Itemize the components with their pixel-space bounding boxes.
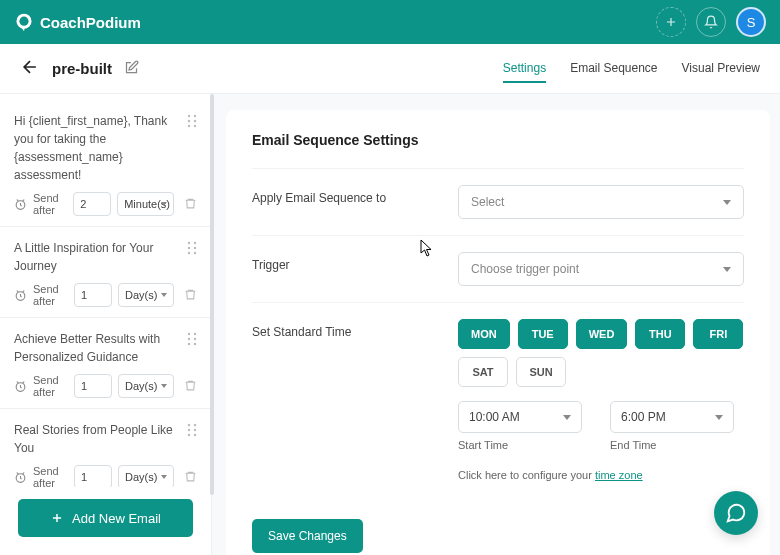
notifications-button[interactable]: [696, 7, 726, 37]
svg-point-16: [188, 333, 190, 335]
email-item[interactable]: A Little Inspiration for Your Journey Se…: [0, 227, 211, 318]
svg-point-24: [194, 424, 196, 426]
svg-point-17: [194, 333, 196, 335]
chevron-down-icon: [715, 415, 723, 420]
trash-icon: [184, 197, 197, 210]
day-pill-tue[interactable]: TUE: [518, 319, 568, 349]
start-time-value: 10:00 AM: [469, 410, 520, 424]
svg-point-20: [188, 343, 190, 345]
content: Email Sequence Settings Apply Email Sequ…: [212, 94, 780, 555]
plus-icon: [664, 15, 678, 29]
email-item[interactable]: Hi {client_first_name}, Thank you for ta…: [0, 100, 211, 227]
day-pills: MONTUEWEDTHUFRISATSUN: [458, 319, 744, 387]
settings-card: Email Sequence Settings Apply Email Sequ…: [226, 110, 770, 555]
svg-point-6: [188, 125, 190, 127]
delete-email-button[interactable]: [184, 197, 197, 212]
svg-point-4: [188, 120, 190, 122]
delay-input[interactable]: [74, 465, 112, 487]
delay-input[interactable]: [74, 283, 112, 307]
unit-select[interactable]: Day(s): [118, 283, 174, 307]
clock-icon: [14, 380, 27, 393]
svg-point-26: [194, 429, 196, 431]
back-button[interactable]: [20, 57, 40, 80]
create-button[interactable]: [656, 7, 686, 37]
bell-icon: [704, 15, 718, 29]
start-time-label: Start Time: [458, 439, 582, 451]
apply-to-label: Apply Email Sequence to: [252, 185, 442, 205]
send-after-label: Send after: [33, 192, 67, 216]
svg-point-28: [194, 434, 196, 436]
card-title: Email Sequence Settings: [252, 132, 744, 148]
save-button[interactable]: Save Changes: [252, 519, 363, 553]
delay-input[interactable]: [73, 192, 111, 216]
svg-point-13: [188, 252, 190, 254]
start-time-select[interactable]: 10:00 AM: [458, 401, 582, 433]
send-after-label: Send after: [33, 465, 68, 487]
drag-handle[interactable]: [187, 114, 197, 131]
tab-email-sequence[interactable]: Email Sequence: [570, 55, 657, 83]
brand-name: CoachPodium: [40, 14, 141, 31]
trigger-select[interactable]: Choose trigger point: [458, 252, 744, 286]
brand[interactable]: CoachPodium: [14, 12, 141, 32]
brand-logo-icon: [14, 12, 34, 32]
tab-visual-preview[interactable]: Visual Preview: [682, 55, 760, 83]
grip-icon: [187, 332, 197, 346]
unit-select[interactable]: Minute(s): [117, 192, 174, 216]
svg-point-18: [188, 338, 190, 340]
svg-point-2: [188, 115, 190, 117]
row-standard-time: Set Standard Time MONTUEWEDTHUFRISATSUN …: [252, 302, 744, 497]
avatar[interactable]: S: [736, 7, 766, 37]
edit-title-button[interactable]: [124, 60, 139, 78]
scrollbar[interactable]: [210, 94, 214, 495]
grip-icon: [187, 241, 197, 255]
plus-icon: [50, 511, 64, 525]
delete-email-button[interactable]: [184, 470, 197, 485]
page-title: pre-built: [52, 60, 112, 77]
unit-select[interactable]: Day(s): [118, 374, 174, 398]
delete-email-button[interactable]: [184, 288, 197, 303]
email-title: Real Stories from People Like You: [14, 421, 197, 457]
trigger-placeholder: Choose trigger point: [471, 262, 579, 276]
chevron-down-icon: [563, 415, 571, 420]
pencil-icon: [124, 60, 139, 75]
send-after-label: Send after: [33, 374, 68, 398]
end-time-label: End Time: [610, 439, 734, 451]
day-pill-wed[interactable]: WED: [576, 319, 628, 349]
send-after-row: Send after Minute(s): [14, 192, 197, 216]
email-title: Hi {client_first_name}, Thank you for ta…: [14, 112, 197, 184]
svg-point-5: [194, 120, 196, 122]
apply-to-select[interactable]: Select: [458, 185, 744, 219]
add-email-button[interactable]: Add New Email: [18, 499, 193, 537]
day-pill-thu[interactable]: THU: [635, 319, 685, 349]
svg-point-25: [188, 429, 190, 431]
chevron-down-icon: [723, 200, 731, 205]
topbar-actions: S: [656, 7, 766, 37]
clock-icon: [14, 289, 27, 302]
help-fab[interactable]: [714, 491, 758, 535]
svg-point-11: [188, 247, 190, 249]
email-list: Hi {client_first_name}, Thank you for ta…: [0, 94, 211, 487]
delay-input[interactable]: [74, 374, 112, 398]
clock-icon: [14, 471, 27, 484]
email-item[interactable]: Real Stories from People Like You Send a…: [0, 409, 211, 487]
unit-select[interactable]: Day(s): [118, 465, 174, 487]
email-title: Achieve Better Results with Personalized…: [14, 330, 197, 366]
delete-email-button[interactable]: [184, 379, 197, 394]
send-after-row: Send after Day(s): [14, 465, 197, 487]
day-pill-sat[interactable]: SAT: [458, 357, 508, 387]
drag-handle[interactable]: [187, 423, 197, 440]
timezone-link[interactable]: time zone: [595, 469, 643, 481]
day-pill-mon[interactable]: MON: [458, 319, 510, 349]
end-time-select[interactable]: 6:00 PM: [610, 401, 734, 433]
tab-settings[interactable]: Settings: [503, 55, 546, 83]
day-pill-fri[interactable]: FRI: [693, 319, 743, 349]
day-pill-sun[interactable]: SUN: [516, 357, 566, 387]
svg-point-23: [188, 424, 190, 426]
svg-point-12: [194, 247, 196, 249]
main: Hi {client_first_name}, Thank you for ta…: [0, 94, 780, 555]
email-item[interactable]: Achieve Better Results with Personalized…: [0, 318, 211, 409]
drag-handle[interactable]: [187, 332, 197, 349]
grip-icon: [187, 423, 197, 437]
drag-handle[interactable]: [187, 241, 197, 258]
svg-point-9: [188, 242, 190, 244]
